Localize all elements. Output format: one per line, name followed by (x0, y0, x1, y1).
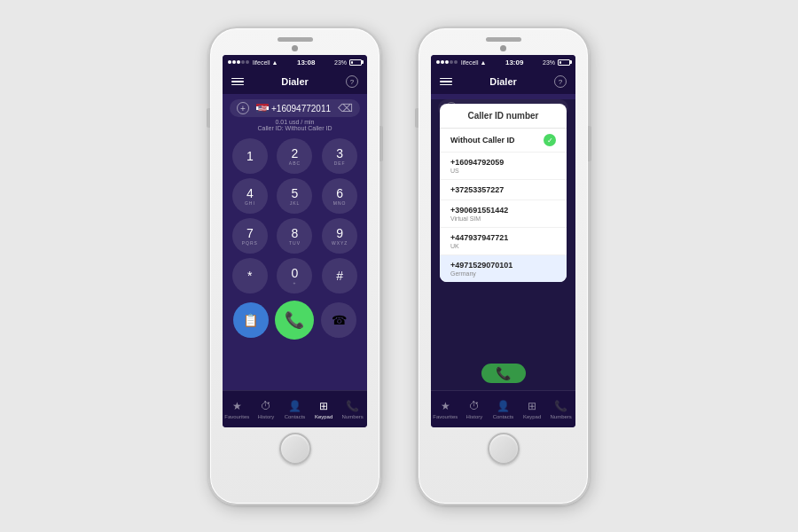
camera-left (292, 45, 298, 51)
add-btn-left[interactable]: + (237, 102, 249, 114)
phone-number-left: +16094772011 (271, 104, 331, 113)
key-0[interactable]: 0+ (277, 258, 312, 293)
rmenu-line1 (440, 78, 452, 80)
call-btn-left[interactable]: 📞 (275, 301, 314, 340)
rmenu-line2 (440, 81, 452, 82)
modal-item-2[interactable]: +37253357227 (440, 180, 567, 200)
key-8[interactable]: 8TUV (277, 218, 312, 254)
tab-history-right[interactable]: ⏱ History (460, 400, 489, 419)
modal-item-1[interactable]: +16094792059 US (440, 153, 567, 180)
home-btn-right[interactable] (488, 433, 520, 465)
key-num-5: 5 (292, 187, 299, 200)
key-sub-8: TUV (289, 240, 301, 246)
tab-num-label-right: Numbers (551, 414, 572, 419)
tab-key-icon-right: ⊞ (528, 400, 536, 412)
rdot4 (450, 60, 453, 64)
tab-num-icon-left: 📞 (346, 400, 359, 412)
modal-item-name-2: +37253357227 (450, 185, 504, 194)
tab-numbers-left[interactable]: 📞 Numbers (338, 400, 367, 419)
rdot3 (445, 60, 449, 64)
phone-btn-left[interactable]: ☎ (321, 302, 356, 338)
status-left-info: lifecell ▲ (228, 59, 278, 66)
key-6[interactable]: 6MNO (322, 178, 357, 214)
status-bar-right: lifecell ▲ 13:09 23% (431, 55, 575, 69)
menu-icon-right[interactable] (440, 78, 452, 86)
help-btn-left[interactable]: ? (346, 75, 358, 88)
tab-hist-icon-right: ⏱ (469, 400, 480, 412)
wifi-icon-left: ▲ (271, 59, 278, 66)
key-sub-3: DEF (334, 160, 346, 166)
modal-item-sub-4: UK (450, 243, 508, 249)
tab-favourites-left[interactable]: ★ Favourites (223, 400, 252, 419)
key-num-6: 6 (336, 187, 343, 200)
key-7[interactable]: 7PQRS (232, 218, 268, 254)
modal-item-5[interactable]: +4971529070101 Germany (440, 255, 567, 282)
modal-item-without-caller-id[interactable]: Without Caller ID ✓ (440, 129, 567, 153)
tab-history-left[interactable]: ⏱ History (252, 400, 281, 419)
status-right-right: 23% (543, 59, 570, 66)
key-hash[interactable]: # (322, 258, 357, 293)
modal-item-name-3: +390691551442 (450, 206, 508, 215)
dot2 (232, 60, 236, 64)
status-bar-left: lifecell ▲ 13:08 23% (223, 55, 367, 69)
modal-item-left-0: Without Caller ID (450, 136, 514, 145)
camera-right (500, 45, 506, 51)
dot1 (228, 60, 231, 64)
home-btn-left[interactable] (279, 433, 311, 465)
flag-num-left: 🇺🇸 +16094772011 (256, 104, 331, 113)
modal-item-left-2: +37253357227 (450, 185, 504, 194)
key-2[interactable]: 2ABC (277, 138, 312, 174)
key-num-8: 8 (292, 227, 299, 239)
tab-cont-label-left: Contacts (285, 414, 306, 419)
tab-keypad-right[interactable]: ⊞ Keypad (518, 400, 547, 419)
wifi-icon-right: ▲ (480, 59, 486, 66)
key-star[interactable]: * (232, 258, 268, 293)
tab-key-label-right: Keypad (523, 414, 541, 419)
dialer-header-right: Dialer ? (431, 69, 575, 94)
flag-left: 🇺🇸 (256, 104, 269, 113)
key-sub-2: ABC (289, 160, 301, 166)
tab-numbers-right[interactable]: 📞 Numbers (546, 400, 575, 419)
key-5[interactable]: 5JKL (277, 178, 312, 214)
key-num-4: 4 (246, 187, 254, 200)
signal-dots-right (436, 60, 458, 64)
time-left: 13:08 (297, 59, 315, 66)
rdot5 (454, 60, 458, 64)
battery-icon-left (349, 59, 362, 66)
battery-fill-left (351, 61, 353, 64)
tab-fav-label-right: Favourites (433, 414, 458, 419)
battery-fill-right (559, 61, 561, 64)
key-4[interactable]: 4GHI (232, 178, 268, 214)
number-area-left: + 🇺🇸 +16094772011 ⌫ 0.01 usd / min Calle… (223, 94, 367, 135)
tab-contacts-left[interactable]: 👤 Contacts (280, 400, 309, 419)
menu-icon-left[interactable] (231, 78, 244, 86)
carrier-right: lifecell (461, 59, 478, 66)
key-1[interactable]: 1 (232, 138, 268, 174)
contacts-btn-left[interactable]: 📋 (233, 302, 269, 338)
modal-item-left-4: +447937947721 UK (450, 233, 508, 249)
tab-contacts-right[interactable]: 👤 Contacts (489, 400, 518, 419)
tab-keypad-left[interactable]: ⊞ Keypad (309, 400, 339, 419)
key-sub-7: PQRS (242, 240, 258, 246)
phone-right: lifecell ▲ 13:09 23% Dialer ? (417, 27, 590, 505)
key-num-1: 1 (246, 150, 254, 162)
key-num-9: 9 (336, 227, 343, 239)
help-icon-left: ? (350, 78, 354, 86)
tab-favourites-right[interactable]: ★ Favourites (431, 400, 460, 419)
tab-num-label-left: Numbers (342, 414, 364, 419)
key-3[interactable]: 3DEF (322, 138, 357, 174)
key-sub-9: WXYZ (332, 240, 348, 246)
modal-item-4[interactable]: +447937947721 UK (440, 228, 567, 255)
modal-item-name-1: +16094792059 (450, 158, 504, 167)
key-num-hash: # (336, 270, 343, 282)
dot5 (246, 60, 249, 64)
modal-item-3[interactable]: +390691551442 Virtual SIM (440, 200, 567, 228)
help-btn-right[interactable]: ? (554, 75, 567, 88)
modal-item-left-5: +4971529070101 Germany (450, 261, 512, 277)
tab-cont-icon-left: 👤 (288, 400, 301, 412)
backspace-left[interactable]: ⌫ (338, 102, 353, 114)
check-icon-0: ✓ (544, 134, 556, 146)
key-9[interactable]: 9WXYZ (322, 218, 357, 254)
tab-num-icon-right: 📞 (554, 400, 567, 412)
tab-cont-icon-right: 👤 (497, 400, 510, 412)
